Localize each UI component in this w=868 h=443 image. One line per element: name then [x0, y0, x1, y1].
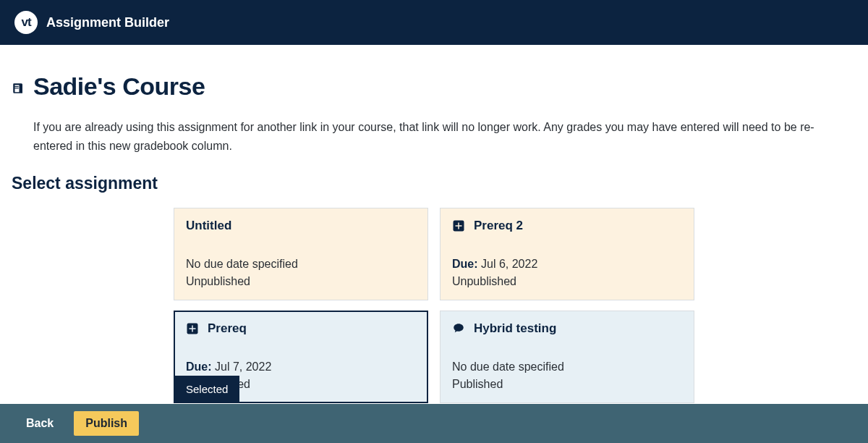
card-status: Published: [452, 376, 682, 394]
course-title: Sadie's Course: [33, 72, 205, 101]
selected-badge: Selected: [174, 376, 239, 402]
chat-icon: [452, 322, 465, 335]
logo-text: vt: [21, 15, 30, 30]
card-status: Unpublished: [452, 273, 682, 291]
card-head: Prereq: [186, 321, 416, 336]
card-body: Due: Jul 6, 2022 Unpublished: [452, 256, 682, 292]
card-due-value: Jul 7, 2022: [215, 360, 271, 373]
plus-box-icon: [452, 219, 465, 232]
svg-rect-1: [14, 86, 19, 87]
card-status: Unpublished: [186, 273, 416, 291]
card-body: No due date specified Published: [452, 358, 682, 395]
select-assignment-heading: Select assignment: [12, 174, 856, 193]
svg-rect-8: [190, 328, 196, 329]
card-head: Untitled: [186, 219, 416, 233]
info-text: If you are already using this assignment…: [33, 118, 835, 155]
card-due-value: No due date specified: [452, 360, 564, 373]
book-icon: [12, 82, 25, 95]
appbar-title: Assignment Builder: [46, 15, 169, 30]
card-head: Hybrid testing: [452, 321, 682, 336]
back-button[interactable]: Back: [26, 417, 54, 430]
bottom-bar: Back Publish: [0, 404, 868, 443]
assignment-card-hybrid-testing[interactable]: Hybrid testing No due date specified Pub…: [440, 311, 694, 403]
card-body: No due date specified Unpublished: [186, 256, 416, 292]
assignment-card-untitled[interactable]: Untitled No due date specified Unpublish…: [174, 208, 428, 300]
svg-rect-2: [14, 88, 19, 88]
card-due-value: Jul 6, 2022: [481, 258, 537, 270]
card-head: Prereq 2: [452, 219, 682, 233]
card-due-label: Due:: [186, 360, 212, 373]
card-due-value: No due date specified: [186, 258, 298, 270]
logo-icon: vt: [14, 11, 38, 34]
card-title: Prereq: [208, 321, 247, 336]
card-title: Untitled: [186, 219, 231, 233]
svg-rect-0: [14, 84, 21, 85]
plus-box-icon: [186, 322, 199, 335]
appbar: vt Assignment Builder: [0, 0, 868, 45]
card-title: Hybrid testing: [474, 321, 556, 336]
assignment-card-prereq-2[interactable]: Prereq 2 Due: Jul 6, 2022 Unpublished: [440, 208, 694, 300]
svg-rect-5: [456, 225, 462, 227]
assignment-grid: Untitled No due date specified Unpublish…: [12, 208, 856, 403]
course-header: Sadie's Course: [12, 72, 856, 101]
card-due-label: Due:: [452, 258, 478, 270]
publish-button[interactable]: Publish: [74, 411, 139, 436]
assignment-card-prereq[interactable]: Prereq Due: Jul 7, 2022 Unpublished Sele…: [174, 311, 428, 403]
main-content: Sadie's Course If you are already using …: [0, 45, 868, 404]
card-title: Prereq 2: [474, 219, 523, 233]
